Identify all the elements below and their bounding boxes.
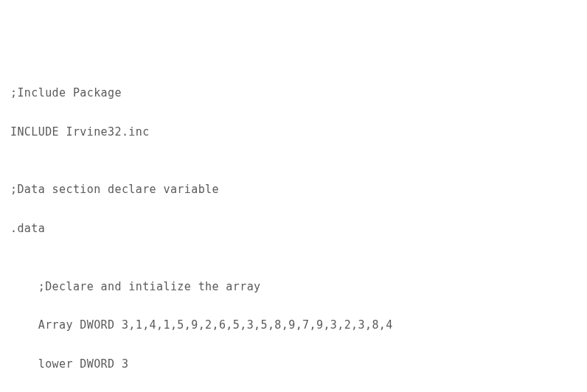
code-line-4: ;Data section declare variable xyxy=(10,180,577,199)
code-line-2: INCLUDE Irvine32.inc xyxy=(10,122,577,141)
code-line-7: ;Declare and intialize the array xyxy=(10,277,577,296)
code-line-1: ;Include Package xyxy=(10,83,577,102)
code-line-8: Array DWORD 3,1,4,1,5,9,2,6,5,3,5,8,9,7,… xyxy=(10,315,577,335)
code-line-9: lower DWORD 3 xyxy=(10,354,577,374)
code-line-5: .data xyxy=(10,219,577,238)
